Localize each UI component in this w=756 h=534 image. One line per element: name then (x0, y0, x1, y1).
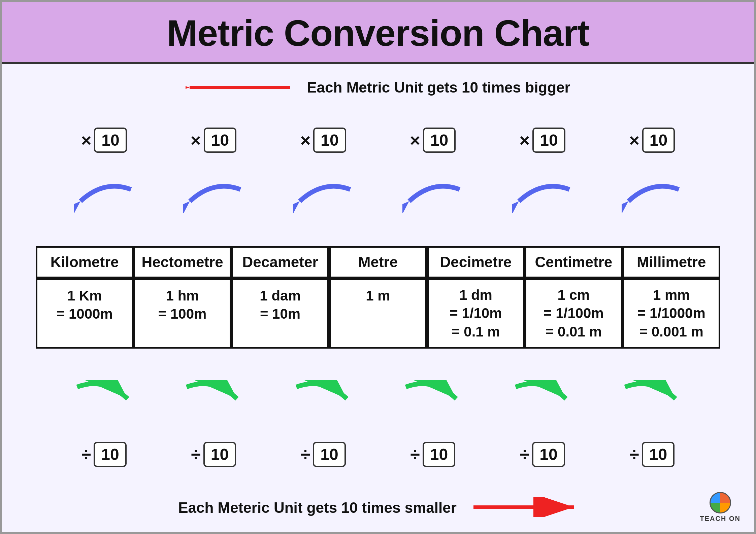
divide-item-6: ÷ 10 (629, 442, 675, 467)
green-arrow-2 (183, 380, 244, 412)
unit-name-kilometre: Kilometre (36, 246, 133, 278)
blue-arrow-2 (183, 183, 244, 214)
divide-symbol-3: ÷ (301, 444, 310, 464)
multiply-box-2: 10 (204, 128, 236, 153)
divide-box-1: 10 (94, 442, 126, 467)
unit-name-metre: Metre (329, 246, 427, 278)
smaller-label: Each Meteric Unit gets 10 times smaller (178, 499, 457, 516)
divide-item-2: ÷ 10 (191, 442, 236, 467)
unit-val-hectometre: 1 hm= 100m (133, 278, 231, 349)
unit-name-millimetre: Millimetre (623, 246, 720, 278)
green-arrow-1 (74, 380, 134, 412)
divide-item-1: ÷ 10 (81, 442, 127, 467)
page-title: Metric Conversion Chart (2, 11, 754, 54)
divide-symbol-1: ÷ (81, 444, 91, 464)
blue-arrow-1 (74, 183, 134, 214)
divide-box-2: 10 (203, 442, 236, 467)
multiply-symbol-1: × (81, 130, 91, 150)
unit-value-row: 1 Km= 1000m 1 hm= 100m 1 dam= 10m 1 m 1 … (36, 278, 720, 349)
multiply-row: × 10 × 10 × 10 × 10 (22, 128, 734, 153)
multiply-symbol-5: × (520, 130, 530, 150)
divide-box-4: 10 (423, 442, 455, 467)
main-content: Each Metric Unit gets 10 times bigger × … (2, 64, 754, 532)
unit-name-row: Kilometre Hectometre Decameter Metre Dec… (36, 246, 720, 278)
green-arrow-3 (293, 380, 354, 412)
multiply-symbol-2: × (191, 130, 201, 150)
unit-val-decimetre: 1 dm= 1/10m= 0.1 m (427, 278, 525, 349)
unit-name-decimetre: Decimetre (427, 246, 525, 278)
divide-symbol-6: ÷ (629, 444, 639, 464)
unit-val-metre: 1 m (329, 278, 427, 349)
multiply-symbol-3: × (300, 130, 310, 150)
blue-arrow-5 (512, 183, 573, 214)
divide-box-5: 10 (532, 442, 565, 467)
multiply-item-2: × 10 (191, 128, 236, 153)
multiply-box-4: 10 (423, 128, 456, 153)
bigger-label: Each Metric Unit gets 10 times bigger (307, 79, 570, 96)
green-arrow-4 (402, 380, 463, 412)
multiply-symbol-6: × (629, 130, 639, 150)
header: Metric Conversion Chart (2, 2, 754, 64)
multiply-box-6: 10 (642, 128, 675, 153)
blue-arrows-row (22, 183, 734, 214)
blue-arrow-4 (402, 183, 463, 214)
green-arrow-5 (512, 380, 573, 412)
multiply-item-5: × 10 (520, 128, 565, 153)
unit-val-centimetre: 1 cm= 1/100m= 0.01 m (525, 278, 622, 349)
unit-name-hectometre: Hectometre (133, 246, 231, 278)
multiply-box-3: 10 (313, 128, 346, 153)
multiply-box-5: 10 (532, 128, 565, 153)
red-right-arrow (470, 497, 578, 519)
divide-symbol-5: ÷ (520, 444, 530, 464)
divide-symbol-4: ÷ (410, 444, 420, 464)
units-section: Kilometre Hectometre Decameter Metre Dec… (22, 246, 734, 349)
watermark-logo (710, 492, 731, 513)
green-arrow-6 (622, 380, 682, 412)
unit-val-kilometre: 1 Km= 1000m (36, 278, 133, 349)
blue-arrow-3 (293, 183, 354, 214)
divide-row: ÷ 10 ÷ 10 ÷ 10 ÷ 10 (22, 442, 734, 467)
divide-symbol-2: ÷ (191, 444, 201, 464)
unit-val-millimetre: 1 mm= 1/1000m= 0.001 m (623, 278, 720, 349)
red-left-arrow (186, 77, 293, 98)
green-arrows-row (22, 380, 734, 412)
multiply-box-1: 10 (94, 128, 127, 153)
unit-name-decameter: Decameter (231, 246, 329, 278)
blue-arrow-6 (622, 183, 682, 214)
multiply-symbol-4: × (410, 130, 420, 150)
multiply-item-3: × 10 (300, 128, 346, 153)
multiply-item-4: × 10 (410, 128, 456, 153)
unit-val-decameter: 1 dam= 10m (231, 278, 329, 349)
bottom-arrow-row: Each Meteric Unit gets 10 times smaller (22, 497, 734, 519)
divide-item-3: ÷ 10 (301, 442, 346, 467)
multiply-item-1: × 10 (81, 128, 127, 153)
divide-box-3: 10 (313, 442, 346, 467)
page-wrapper: Metric Conversion Chart Each Metric Unit… (0, 0, 756, 534)
watermark: TEACH ON (700, 492, 741, 523)
top-arrow-row: Each Metric Unit gets 10 times bigger (22, 77, 734, 98)
unit-name-centimetre: Centimetre (525, 246, 622, 278)
divide-box-6: 10 (642, 442, 675, 467)
divide-item-5: ÷ 10 (520, 442, 565, 467)
divide-item-4: ÷ 10 (410, 442, 455, 467)
multiply-item-6: × 10 (629, 128, 675, 153)
watermark-text: TEACH ON (700, 515, 741, 523)
